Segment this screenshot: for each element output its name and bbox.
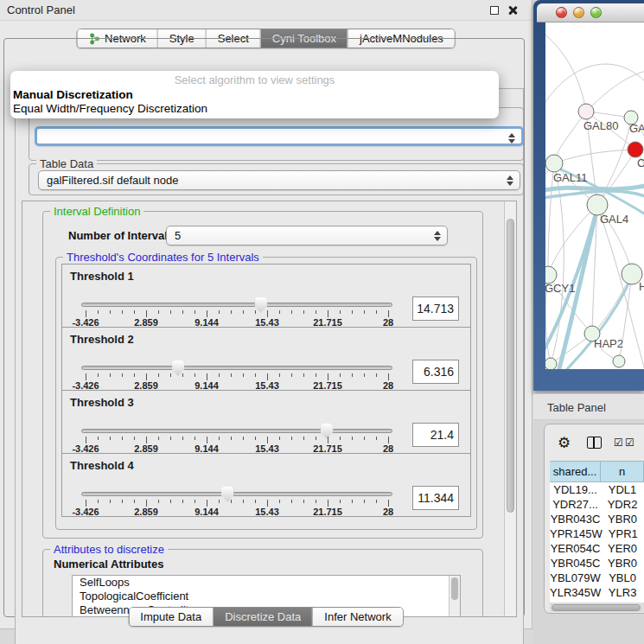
tick-mark bbox=[388, 310, 389, 317]
tick-mark bbox=[364, 373, 365, 377]
table-cell: YER0 bbox=[601, 541, 644, 556]
split-columns-icon[interactable] bbox=[587, 437, 602, 449]
tick-mark bbox=[86, 310, 86, 317]
tick-mark bbox=[98, 500, 99, 503]
panel-title: Control Panel bbox=[7, 3, 75, 16]
close-icon[interactable] bbox=[507, 5, 518, 16]
table-row[interactable]: YBR045CYBR0 bbox=[550, 556, 644, 571]
scrollbar-thumb[interactable] bbox=[507, 219, 514, 513]
tab-infer-network[interactable]: Infer Network bbox=[312, 608, 402, 626]
tick-mark bbox=[376, 500, 377, 503]
slider-track[interactable] bbox=[81, 429, 392, 433]
viewport-scrollbar[interactable] bbox=[504, 201, 516, 616]
slider-track[interactable] bbox=[81, 303, 392, 307]
network-canvas[interactable]: GAL80GACGAL11GAL4GCY1HHAP2 bbox=[545, 22, 644, 369]
threshold-value-field[interactable]: 11.344 bbox=[412, 486, 459, 510]
threshold-value-field[interactable]: 21.4 bbox=[412, 423, 459, 447]
threshold-value-field[interactable]: 6.316 bbox=[412, 360, 459, 384]
attribute-list-item[interactable]: SelfLoops bbox=[73, 576, 460, 590]
algorithm-option[interactable]: Manual Discretization bbox=[10, 88, 499, 102]
tab-impute-data[interactable]: Impute Data bbox=[129, 608, 213, 626]
tick-mark bbox=[86, 437, 86, 443]
scrollbar-thumb[interactable] bbox=[552, 604, 641, 611]
table-panel-header: Table Panel bbox=[533, 393, 644, 420]
checkbox-icon[interactable]: ☑ bbox=[614, 437, 623, 449]
tick-mark bbox=[170, 437, 171, 440]
tick-mark bbox=[340, 373, 341, 377]
slider-tick-labels: -3.4262.8599.14415.4321.71528 bbox=[86, 507, 388, 516]
table-row[interactable]: YLR345WYLR3 bbox=[550, 585, 644, 600]
tab-label: Infer Network bbox=[324, 610, 391, 623]
svg-text:HAP2: HAP2 bbox=[594, 337, 623, 350]
scrollbar-thumb[interactable] bbox=[451, 577, 458, 600]
column-header[interactable]: n bbox=[601, 462, 644, 481]
algorithm-dropdown-popup: Select algorithm to view settings Manual… bbox=[10, 71, 499, 118]
close-traffic-light[interactable] bbox=[556, 7, 567, 18]
column-header[interactable]: shared... bbox=[550, 462, 601, 481]
tab-discretize-data[interactable]: Discretize Data bbox=[213, 608, 312, 626]
tick-mark bbox=[328, 500, 328, 507]
tick-mark bbox=[231, 310, 232, 314]
tick-mark bbox=[110, 373, 111, 377]
attribute-list-item[interactable]: TopologicalCoefficient bbox=[73, 590, 460, 603]
tick-mark bbox=[279, 437, 280, 440]
float-window-icon[interactable] bbox=[490, 6, 499, 15]
threshold-box: Threshold 1-3.4262.8599.14415.4321.71528… bbox=[61, 264, 471, 328]
tick-mark bbox=[303, 310, 304, 314]
tick-label: 15.43 bbox=[255, 507, 279, 517]
network-graph[interactable]: GAL80GACGAL11GAL4GCY1HHAP2 bbox=[545, 22, 644, 369]
tick-label: -3.426 bbox=[72, 507, 99, 517]
slider-track[interactable] bbox=[81, 492, 392, 496]
tick-mark bbox=[122, 500, 123, 503]
table-row[interactable]: YBL079WYBL0 bbox=[550, 571, 644, 585]
tab-label: Impute Data bbox=[140, 610, 201, 623]
threshold-value-field[interactable]: 14.713 bbox=[412, 296, 459, 321]
table-row[interactable]: YDL19...YDL1 bbox=[550, 482, 644, 497]
control-panel-titlebar: Control Panel bbox=[0, 0, 532, 21]
table-row[interactable]: YBR043CYBR0 bbox=[550, 512, 644, 526]
table-cell: YBR043C bbox=[550, 512, 601, 526]
number-of-intervals-combo[interactable]: 5 bbox=[166, 226, 448, 245]
tick-mark bbox=[134, 310, 135, 314]
tick-mark bbox=[303, 500, 304, 503]
combo-arrows-icon bbox=[506, 175, 513, 187]
tick-mark bbox=[194, 437, 195, 440]
gear-icon[interactable]: ⚙ bbox=[558, 434, 571, 452]
attributes-scrollbar[interactable] bbox=[449, 576, 460, 617]
algorithm-option[interactable]: Equal Width/Frequency Discretization bbox=[10, 102, 499, 116]
tick-mark bbox=[231, 373, 232, 377]
threshold-title: Threshold 3 bbox=[70, 396, 134, 409]
tick-mark bbox=[316, 310, 316, 314]
checkbox-icon[interactable]: ☑ bbox=[625, 437, 634, 449]
tick-mark bbox=[98, 310, 99, 314]
tick-mark bbox=[170, 500, 171, 503]
table-row[interactable]: YER054CYER0 bbox=[550, 541, 644, 556]
slider-track[interactable] bbox=[81, 366, 392, 370]
tick-mark bbox=[316, 437, 316, 440]
tick-mark bbox=[182, 310, 183, 314]
table-cell: YPR145W bbox=[550, 526, 603, 541]
tick-mark bbox=[182, 373, 183, 377]
number-of-intervals-value: 5 bbox=[175, 229, 181, 242]
minimize-traffic-light[interactable] bbox=[573, 7, 584, 18]
slider-tick-labels: -3.4262.8599.14415.4321.71528 bbox=[86, 380, 388, 390]
tick-mark bbox=[122, 437, 123, 440]
tick-mark bbox=[86, 500, 86, 507]
zoom-traffic-light[interactable] bbox=[590, 7, 602, 18]
table-row[interactable]: YPR145WYPR1 bbox=[550, 526, 644, 541]
tick-mark bbox=[291, 310, 292, 314]
algorithm-combo[interactable] bbox=[35, 126, 524, 146]
table-cell: YBL0 bbox=[601, 571, 644, 585]
table-horizontal-scrollbar[interactable] bbox=[550, 603, 644, 612]
tick-mark bbox=[364, 500, 365, 503]
tick-mark bbox=[352, 373, 353, 377]
tick-mark bbox=[328, 373, 328, 380]
tick-mark bbox=[146, 373, 147, 380]
table-data-combo[interactable]: galFiltered.sif default node bbox=[38, 170, 520, 190]
tick-mark bbox=[207, 373, 207, 380]
tab-label: Discretize Data bbox=[225, 610, 301, 623]
tick-mark bbox=[98, 437, 99, 440]
table-row[interactable]: YDR27...YDR2 bbox=[550, 497, 644, 512]
table-cell: YDL1 bbox=[601, 482, 644, 497]
node-attribute-table[interactable]: shared...n YDL19...YDL1YDR27...YDR2YBR04… bbox=[550, 461, 644, 611]
